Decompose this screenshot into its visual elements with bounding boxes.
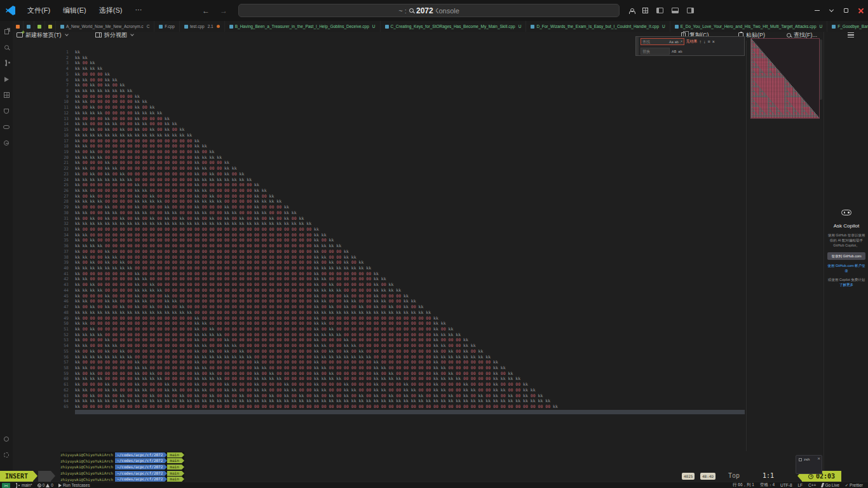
line-number: 9 bbox=[56, 94, 69, 100]
toggle-secondary-sidebar-icon[interactable] bbox=[687, 8, 694, 13]
editor-line: 19kk 00 kk 00 00 00 00 00 00 00 00 00 00… bbox=[56, 149, 558, 155]
new-tab-button[interactable]: 新建标签页(T) bbox=[17, 30, 68, 40]
learn-more-link[interactable]: 了解更多 bbox=[824, 282, 868, 287]
line-number: 61 bbox=[56, 382, 69, 388]
editor-tab[interactable]: B_Having_Been_a_Treasurer_in_the_Past_I_… bbox=[225, 21, 381, 32]
problems-status[interactable]: 00 bbox=[37, 483, 53, 487]
remote-indicator[interactable]: >< bbox=[2, 483, 10, 488]
hamburger-menu-button[interactable] bbox=[848, 30, 854, 40]
popup-close-icon[interactable]: × bbox=[817, 456, 820, 461]
line-number: 44 bbox=[56, 288, 69, 294]
replace-all-button[interactable]: ab bbox=[678, 50, 682, 53]
github-signin-button[interactable]: 登录到 GitHub.com bbox=[827, 252, 865, 260]
line-number: 18 bbox=[56, 144, 69, 149]
tab-git-badge: U bbox=[372, 24, 376, 29]
editor-line: 57kk 00 00 00 00 00 00 00 kk 00 00 00 00… bbox=[56, 360, 558, 365]
search-query-text: 2072 bbox=[416, 6, 433, 15]
github-signin-link[interactable]: 使用 GitHub.com 帐户登录 bbox=[824, 263, 868, 273]
session-popup[interactable]: × zsh bbox=[796, 455, 822, 474]
find-in-selection-icon[interactable]: ≡ bbox=[708, 39, 710, 44]
minimap[interactable] bbox=[750, 38, 820, 119]
activitybar-item-remote[interactable] bbox=[0, 135, 13, 151]
replace-button[interactable]: AB bbox=[672, 50, 676, 53]
hamburger-menu-icon bbox=[848, 32, 854, 37]
activitybar-item-testing[interactable] bbox=[0, 103, 13, 119]
activitybar-item-explorer[interactable] bbox=[0, 24, 13, 39]
tab-label: test.cpp bbox=[190, 24, 205, 29]
secondary-sidebar: Ask Copilot 使用 GitHub 登录以使用你的 AI 配对编程助手 … bbox=[824, 32, 868, 482]
activitybar-item-run-debug[interactable] bbox=[0, 71, 13, 87]
line-number: 24 bbox=[56, 177, 69, 183]
whole-word-button[interactable]: ab bbox=[675, 40, 679, 44]
editor-tab[interactable]: C_Creating_Keys_for_StORages_Has_Become_… bbox=[381, 21, 527, 32]
editor-line: 56kk kk kk kk kk kk kk kk 00 00 00 00 00… bbox=[56, 355, 558, 360]
activitybar-item-account[interactable] bbox=[0, 431, 13, 447]
line-number: 21 bbox=[56, 160, 69, 166]
cursor-line-highlight bbox=[75, 410, 745, 414]
menubar-item[interactable]: 编辑(E) bbox=[57, 4, 92, 17]
maximize-button[interactable] bbox=[839, 0, 853, 21]
prompt-cwd: ~/codes/acpc/cf/2072 bbox=[115, 477, 165, 482]
editor-line: 38kk kk 00 00 kk kk 00 00 00 00 00 00 00… bbox=[56, 255, 558, 261]
menubar-item[interactable]: 文件(F) bbox=[22, 4, 56, 17]
cursor-position-status[interactable]: 行 66，列 1 bbox=[733, 482, 754, 488]
activitybar-item-source-control[interactable] bbox=[0, 55, 13, 71]
line-number: 35 bbox=[56, 238, 69, 243]
editor-line: 22kk kk 00 00 kk kk 00 00 00 00 00 00 00… bbox=[56, 166, 558, 172]
toggle-sidebar-icon[interactable] bbox=[656, 8, 663, 13]
line-number: 11 bbox=[56, 105, 69, 111]
toggle-panel-icon[interactable] bbox=[672, 8, 679, 13]
activitybar-item-extensions[interactable] bbox=[0, 87, 13, 103]
activitybar-item-settings-gear[interactable] bbox=[0, 447, 13, 463]
maximize-icon bbox=[844, 8, 848, 13]
run-testcases-button[interactable]: Run Testcases bbox=[58, 483, 90, 487]
forward-icon[interactable]: → bbox=[220, 6, 227, 15]
settings-gear-icon bbox=[4, 452, 9, 458]
editor-line: 3kk 00 kk bbox=[56, 60, 558, 66]
apps-grid-icon[interactable] bbox=[642, 8, 648, 13]
prompt-cwd: ~/codes/acpc/cf/2072 bbox=[115, 452, 165, 458]
encoding-status[interactable]: UTF-8 bbox=[780, 483, 792, 487]
line-number: 5 bbox=[56, 72, 69, 78]
replace-input[interactable] bbox=[642, 48, 668, 54]
indentation-status[interactable]: 空格：4 bbox=[760, 482, 775, 488]
match-case-button[interactable]: Aa bbox=[669, 40, 674, 44]
find-input[interactable] bbox=[642, 39, 668, 44]
tab-git-badge: C bbox=[147, 24, 150, 29]
window-menu-button[interactable] bbox=[824, 0, 839, 21]
editor-tab[interactable]: test.cpp2.1 bbox=[180, 21, 225, 32]
menubar-item[interactable]: ··· bbox=[129, 4, 147, 17]
line-number: 47 bbox=[56, 304, 69, 310]
editor-tab[interactable]: D_For_Wizards_the_Exam_Is_Easy_but_I_Cou… bbox=[526, 21, 670, 32]
accounts-icon[interactable] bbox=[629, 8, 634, 13]
find-button[interactable]: 查找(F)... bbox=[787, 30, 817, 40]
vscode-logo-icon[interactable] bbox=[6, 6, 15, 15]
line-number: 54 bbox=[56, 343, 69, 349]
regex-button[interactable]: .* bbox=[680, 40, 682, 44]
popup-item[interactable]: zsh bbox=[804, 458, 810, 461]
line-number: 19 bbox=[56, 149, 69, 155]
terminal-icon bbox=[799, 458, 802, 461]
language-mode-status[interactable]: C++ bbox=[808, 483, 816, 487]
split-view-button[interactable]: 拆分视图 bbox=[95, 30, 133, 40]
activitybar-item-copilot[interactable] bbox=[0, 119, 13, 135]
line-number: 50 bbox=[56, 321, 69, 327]
activitybar-item-search[interactable] bbox=[0, 39, 13, 55]
find-previous-icon[interactable]: ↑ bbox=[700, 39, 702, 44]
minimize-button[interactable] bbox=[810, 0, 824, 21]
menubar-item[interactable]: 选择(S) bbox=[93, 4, 128, 17]
find-next-icon[interactable]: ↓ bbox=[703, 39, 706, 44]
find-close-icon[interactable]: × bbox=[712, 39, 715, 44]
line-number: 64 bbox=[56, 398, 69, 404]
close-button[interactable] bbox=[853, 0, 868, 21]
editor-content[interactable]: 1kk2kk kk3kk 00 kk4kk kk kk kk5kk 00 00 … bbox=[56, 50, 558, 410]
go-live-button[interactable]: Go Live bbox=[822, 483, 839, 487]
git-branch-status[interactable]: main* bbox=[15, 483, 32, 488]
eol-status[interactable]: LF bbox=[798, 483, 803, 487]
line-number: 51 bbox=[56, 327, 69, 332]
formatter-status[interactable]: ✓ Prettier bbox=[845, 483, 863, 488]
editor-tab[interactable]: F.cpp bbox=[154, 21, 180, 32]
back-icon[interactable]: ← bbox=[202, 6, 210, 15]
editor-line: 65kk 00 00 00 00 00 00 00 00 00 00 00 00… bbox=[56, 404, 558, 410]
command-center[interactable]: ~ : nvim — Konsole 2072 bbox=[238, 4, 620, 17]
